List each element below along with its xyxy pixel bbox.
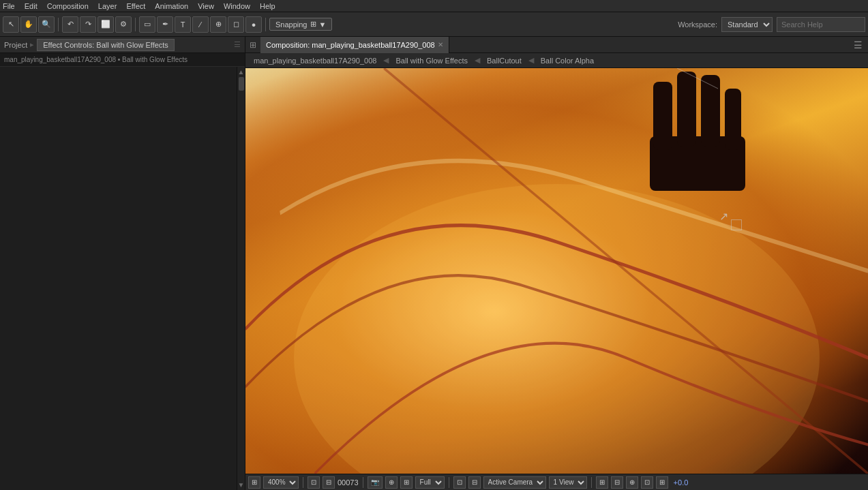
tool-undo[interactable]: ↶ [62,16,78,33]
comp-tab-label: Composition: man_playing_basketball17A29… [266,41,435,49]
snapping-toggle[interactable]: Snapping ⊞ ▼ [269,18,332,31]
right-panel: ⊞ Composition: man_playing_basketball17A… [245,37,868,490]
viewer-3d-btn[interactable]: ⊞ [596,476,608,489]
left-panel: Project ▸ Effect Controls: Ball with Glo… [0,37,245,490]
svg-rect-4 [677,72,696,147]
ctrl-sep-4 [591,477,592,488]
views-select[interactable]: 1 View [549,476,587,489]
viewer-info-btn[interactable]: ⊟ [611,476,623,489]
tool-roto[interactable]: ● [245,16,262,33]
ctrl-sep-1 [303,477,303,488]
viewer-snap-btn[interactable]: ⊕ [626,476,638,489]
ctrl-sep-3 [449,477,449,488]
tool-eraser[interactable]: ◻ [228,16,244,33]
tool-pen[interactable]: ✒ [157,16,173,33]
viewer-subtab-glow[interactable]: Ball with Glow Effects [390,55,473,66]
project-title: Project [4,41,27,49]
workspace-select[interactable]: Standard [721,17,773,32]
viewer-subtab-cutout[interactable]: BallCutout [481,55,527,66]
tool-brush[interactable]: ∕ [192,16,209,33]
project-content: ▲ ▼ [0,67,245,490]
viewer-timecode: 00073 [338,478,359,487]
menu-window[interactable]: Window [224,2,250,10]
menu-help[interactable]: Help [260,2,275,10]
viewer-mask-btn[interactable]: ⊟ [468,476,481,489]
viewer-fit-btn[interactable]: ⊞ [248,476,260,489]
menu-edit[interactable]: Edit [25,2,38,10]
panel-menu-btn[interactable]: ☰ [234,40,241,49]
tool-render[interactable]: ⬜ [98,16,114,33]
menu-layer[interactable]: Layer [98,2,117,10]
toolbar-sep-2 [135,18,136,31]
comp-tab-close[interactable]: ✕ [438,41,443,48]
scroll-down-arrow[interactable]: ▼ [237,481,245,489]
workspace-label: Workspace: [678,20,717,29]
left-panel-scrollbar[interactable]: ▲ ▼ [237,67,245,490]
toolbar-sep-3 [265,18,266,31]
viewer-subtab-main[interactable]: man_playing_basketball17A290_008 [248,55,382,66]
tool-hand[interactable]: ✋ [20,16,37,33]
snapping-label: Snapping [275,20,308,29]
comp-tab-menu[interactable]: ☰ [848,40,868,50]
menu-animation[interactable]: Animation [155,2,188,10]
toolbar-sep-1 [58,18,59,31]
project-filename: man_playing_basketball17A290_008 • Ball … [0,53,245,67]
menu-effect[interactable]: Effect [126,2,145,10]
viewer-toggle-btn[interactable]: ⊡ [453,476,466,489]
camera-select[interactable]: Active Camera [483,476,546,489]
effect-controls-tab[interactable]: Effect Controls: Ball with Glow Effects [37,39,175,51]
viewer-subtab-alpha[interactable]: Ball Color Alpha [535,55,599,66]
svg-rect-6 [725,89,741,150]
tool-text[interactable]: T [175,16,191,33]
tool-settings[interactable]: ⚙ [115,16,132,33]
viewer-prev-btn[interactable]: ⊡ [308,476,320,489]
ctrl-sep-2 [363,477,363,488]
viewer-cam-btn[interactable]: 📷 [368,476,383,489]
tool-redo[interactable]: ↷ [80,16,96,33]
comp-tab-icon: ⊞ [245,40,260,50]
finger-svg [595,68,800,191]
tool-clone[interactable]: ⊕ [210,16,226,33]
project-header: Project ▸ Effect Controls: Ball with Glo… [0,37,245,53]
cursor-indicator: ↗ [719,210,728,223]
main-area: Project ▸ Effect Controls: Ball with Glo… [0,37,868,490]
menu-view[interactable]: View [198,2,214,10]
snapping-icon: ⊞ [310,20,316,29]
zoom-select[interactable]: 400% [263,476,299,489]
viewer-color-btn[interactable]: ⊕ [385,476,398,489]
scroll-up-arrow[interactable]: ▲ [237,68,245,76]
viewer-grid-btn[interactable]: ⊞ [400,476,413,489]
viewer-plus-value: +0.0 [674,478,689,487]
tool-zoom[interactable]: 🔍 [38,16,55,33]
menubar: File Edit Composition Layer Effect Anima… [0,0,868,12]
quality-select[interactable]: Full [415,476,445,489]
toolbar: ↖ ✋ 🔍 ↶ ↷ ⬜ ⚙ ▭ ✒ T ∕ ⊕ ◻ ● Snapping ⊞ ▼… [0,12,868,37]
basketball-view: ↗ [245,68,868,474]
scroll-thumb[interactable] [239,77,244,91]
viewer-next-btn[interactable]: ⊟ [323,476,335,489]
toolbar-right: Workspace: Standard [678,17,865,32]
viewer-render-btn[interactable]: ⊞ [656,476,668,489]
svg-rect-3 [653,82,672,150]
search-help-input[interactable] [777,17,865,32]
tool-rect[interactable]: ▭ [139,16,155,33]
menu-file[interactable]: File [3,2,15,10]
viewer-flow-btn[interactable]: ⊡ [641,476,653,489]
cursor-box [731,219,742,230]
snapping-arrow: ▼ [319,20,327,29]
comp-tab-main[interactable]: Composition: man_playing_basketball17A29… [260,37,449,53]
menu-composition[interactable]: Composition [47,2,89,10]
tool-select[interactable]: ↖ [3,16,19,33]
viewer-canvas: ↗ [245,68,868,474]
comp-tabs: ⊞ Composition: man_playing_basketball17A… [245,37,868,53]
svg-rect-5 [701,75,720,147]
viewer-subtabs: man_playing_basketball17A290_008 ◀ Ball … [245,53,868,68]
viewer-controls: ⊞ 400% ⊡ ⊟ 00073 📷 ⊕ ⊞ Full ⊡ ⊟ Active C… [245,474,868,490]
